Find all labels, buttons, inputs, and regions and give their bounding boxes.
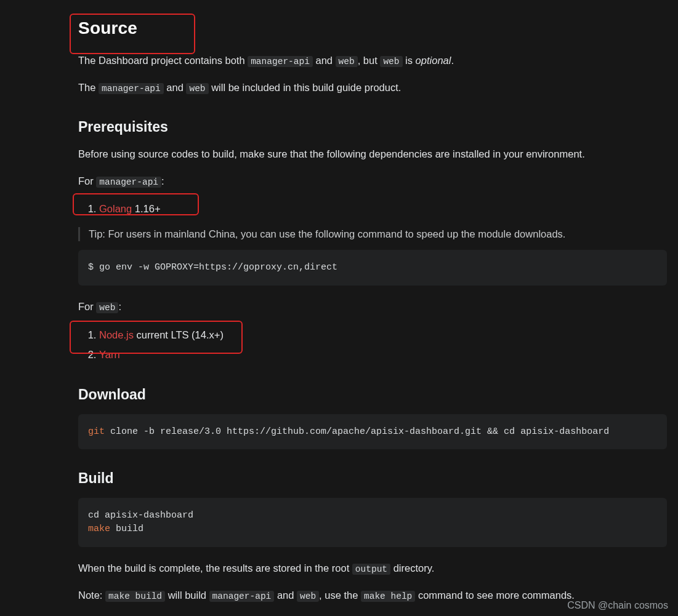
list-item: Yarn: [99, 346, 668, 363]
text: is: [403, 55, 416, 66]
text: command to see more commands.: [415, 590, 575, 601]
text: :: [161, 175, 164, 186]
link-yarn[interactable]: Yarn: [99, 349, 120, 360]
text: build: [110, 524, 143, 534]
text: 1.16+: [132, 203, 160, 214]
list-manager-api-deps: Golang 1.16+: [78, 200, 668, 217]
text: .: [451, 55, 454, 66]
watermark: CSDN @chain cosmos: [567, 600, 668, 611]
para-prereq-intro: Before using source codes to build, make…: [78, 146, 668, 162]
heading-build: Build: [78, 470, 668, 487]
text: clone -b release/3.0 https://github.com/…: [105, 426, 609, 437]
code-web: web: [336, 56, 358, 67]
link-golang[interactable]: Golang: [99, 203, 132, 214]
text: , use the: [319, 590, 361, 601]
text: For: [78, 175, 96, 186]
heading-download: Download: [78, 386, 668, 403]
text: The Dashboard project contains both: [78, 55, 248, 66]
keyword-make: make: [88, 524, 110, 534]
text: For: [78, 301, 96, 312]
link-nodejs[interactable]: Node.js: [99, 329, 134, 340]
para-source-2: The manager-api and web will be included…: [78, 80, 668, 96]
code-web: web: [96, 302, 118, 313]
tip-blockquote: Tip: For users in mainland China, you ca…: [78, 227, 668, 241]
code-block-git-clone: git clone -b release/3.0 https://github.…: [78, 414, 667, 450]
list-web-deps: Node.js current LTS (14.x+) Yarn: [78, 326, 668, 363]
tip-text: Tip: For users in mainland China, you ca…: [89, 228, 565, 239]
code-web: web: [186, 83, 208, 94]
document-body: Source The Dashboard project contains bo…: [0, 0, 678, 603]
text: will build: [165, 590, 209, 601]
code-block-build: cd apisix-dashboard make build: [78, 498, 667, 547]
code-block-goproxy: $ go env -w GOPROXY=https://goproxy.cn,d…: [78, 250, 667, 286]
text: current LTS (14.x+): [134, 329, 224, 340]
text: Note:: [78, 590, 105, 601]
emphasis-optional: optional: [416, 55, 451, 66]
text: The: [78, 82, 99, 93]
code-make-build: make build: [105, 591, 165, 602]
list-item: Golang 1.16+: [99, 200, 668, 217]
para-source-1: The Dashboard project contains both mana…: [78, 53, 668, 69]
text: When the build is complete, the results …: [78, 562, 352, 574]
code-web: web: [297, 591, 319, 602]
list-item: Node.js current LTS (14.x+): [99, 326, 668, 343]
code-manager-api: manager-api: [248, 56, 313, 67]
code-manager-api: manager-api: [96, 177, 161, 188]
para-for-web: For web:: [78, 299, 668, 315]
text: directory.: [390, 562, 434, 574]
code-make-help: make help: [361, 591, 415, 602]
text: and: [274, 590, 297, 601]
text: and: [313, 55, 336, 66]
code-manager-api: manager-api: [209, 591, 275, 602]
heading-prerequisites: Prerequisites: [78, 119, 668, 135]
text: , but: [358, 55, 381, 66]
code-manager-api: manager-api: [99, 83, 164, 94]
code-output: output: [352, 564, 390, 575]
para-for-manager-api: For manager-api:: [78, 174, 668, 190]
text: cd apisix-dashboard: [88, 510, 193, 521]
text: and: [164, 82, 187, 93]
text: :: [118, 301, 121, 312]
para-build-complete: When the build is complete, the results …: [78, 561, 668, 577]
code-web: web: [380, 56, 402, 67]
keyword-git: git: [88, 426, 105, 437]
heading-source: Source: [78, 18, 668, 38]
text: will be included in this build guide pro…: [209, 82, 402, 93]
